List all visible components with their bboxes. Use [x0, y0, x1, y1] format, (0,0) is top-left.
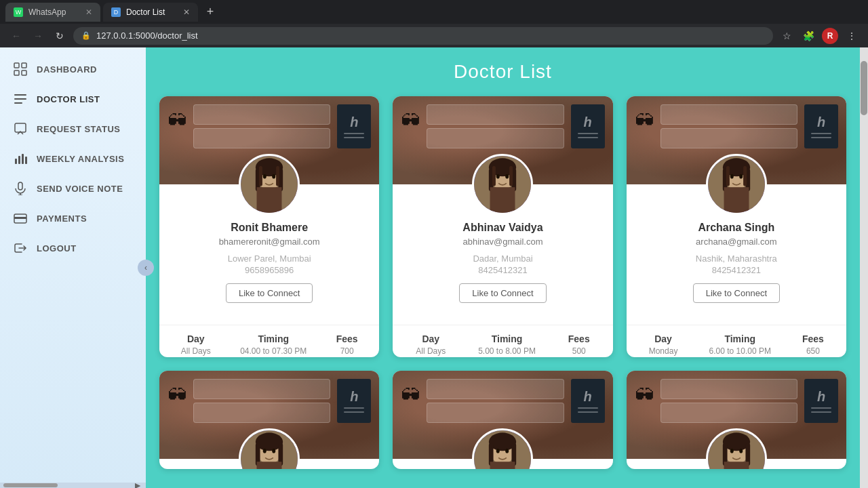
avatar-1	[239, 154, 300, 215]
svg-rect-43	[743, 166, 747, 186]
postcards-5	[427, 379, 564, 423]
tab-doctor-list-close[interactable]: ✕	[183, 7, 190, 17]
card-footer-2: Day All Days Timing 5.00 to 8.00 PM Fees…	[393, 325, 612, 357]
svg-point-45	[739, 174, 743, 179]
sidebar-item-request-status[interactable]: REQUEST STATUS	[0, 114, 146, 144]
tab-doctor-list[interactable]: D Doctor List ✕	[103, 3, 198, 22]
postcard-item-5	[660, 104, 797, 125]
postcard-item-8	[193, 403, 330, 423]
whatsapp-favicon: W	[14, 7, 23, 17]
svg-rect-10	[22, 154, 24, 164]
avatar-3	[706, 154, 767, 215]
postcard-item-1	[193, 104, 330, 125]
doctor-phone-1: 9658965896	[170, 265, 368, 275]
svg-rect-32	[492, 166, 496, 186]
svg-rect-1	[22, 63, 26, 68]
doctor-card-3: 🕶 h	[627, 96, 846, 357]
footer-day-3: Day Monday	[649, 333, 678, 357]
sidebar-item-send-voice-note[interactable]: SEND VOICE NOTE	[0, 174, 146, 203]
tab-whatsapp-close[interactable]: ✕	[85, 7, 92, 17]
avatar-2	[472, 154, 533, 215]
footer-day-value-1: All Days	[181, 346, 211, 357]
svg-rect-62	[490, 462, 515, 469]
postcards-6	[660, 379, 797, 423]
connect-button-1[interactable]: Like to Connect	[226, 283, 313, 303]
notebook-4: h	[337, 379, 371, 423]
new-tab-button[interactable]: +	[201, 3, 220, 22]
card-body-2: Abhinav Vaidya abhinav@gmail.com Dadar, …	[393, 222, 612, 325]
sidebar-scroll-right-arrow[interactable]: ►	[133, 480, 142, 488]
footer-fees-label-1: Fees	[336, 333, 358, 344]
connect-button-2[interactable]: Like to Connect	[459, 283, 546, 303]
bookmark-star-icon[interactable]: ☆	[778, 28, 795, 44]
svg-point-68	[730, 448, 734, 453]
footer-day-value-3: Monday	[649, 346, 678, 357]
doctor-email-3: archana@gmail.com	[637, 237, 835, 247]
notebook-line-6	[811, 137, 831, 138]
svg-point-34	[496, 174, 500, 179]
sidebar-item-payments[interactable]: PAYMENTS	[0, 203, 146, 233]
postcard-item-9	[427, 379, 564, 399]
svg-point-61	[506, 448, 509, 453]
connect-button-3[interactable]: Like to Connect	[693, 283, 780, 303]
svg-point-52	[263, 448, 267, 453]
footer-day-value-2: All Days	[416, 346, 446, 357]
postcard-item-4	[427, 128, 564, 148]
doctor-location-2: Dadar, Mumbai	[403, 253, 601, 264]
svg-rect-3	[22, 70, 26, 75]
sunglasses-icon-1: 🕶	[167, 110, 186, 132]
notebook-6: h	[804, 379, 838, 423]
svg-rect-70	[724, 462, 749, 469]
sidebar-scroll-thumb	[3, 483, 58, 487]
card-footer-3: Day Monday Timing 6.00 to 10.00 PM Fees …	[627, 325, 846, 357]
footer-timing-label-1: Timing	[240, 333, 307, 344]
back-button[interactable]: ←	[8, 28, 24, 44]
refresh-button[interactable]: ↻	[52, 28, 68, 44]
doctors-grid: 🕶 h	[159, 96, 846, 469]
card-body-3: Archana Singh archana@gmail.com Nashik, …	[627, 222, 846, 325]
avatar-4	[239, 428, 300, 469]
address-bar[interactable]: 🔒 127.0.0.1:5000/doctor_list	[73, 27, 773, 45]
footer-fees-label-2: Fees	[568, 333, 590, 344]
svg-point-53	[272, 448, 275, 453]
footer-day-label-3: Day	[649, 333, 678, 344]
payments-label: PAYMENTS	[37, 214, 87, 224]
avatar-container-1	[159, 154, 379, 215]
avatar-container-3	[627, 154, 846, 215]
svg-point-35	[506, 174, 509, 179]
notebook-2: h	[571, 104, 605, 148]
svg-rect-0	[14, 63, 19, 68]
sidebar-collapse-button[interactable]: ‹	[138, 260, 154, 276]
tab-whatsapp-label: WhatsApp	[28, 7, 66, 17]
svg-rect-4	[14, 94, 26, 96]
sidebar-item-weekly-analysis[interactable]: WEEKLY ANALYSIS	[0, 144, 146, 174]
footer-timing-1: Timing 04.00 to 07.30 PM	[240, 333, 307, 357]
forward-button[interactable]: →	[30, 28, 46, 44]
postcard-item-2	[193, 128, 330, 148]
dashboard-icon	[14, 62, 27, 76]
extensions-icon[interactable]: 🧩	[800, 28, 816, 44]
sidebar: DASHBOARD DOCTOR LIST REQUEST STATUS	[0, 47, 146, 488]
right-scrollbar[interactable]	[860, 47, 868, 488]
weekly-analysis-label: WEEKLY ANALYSIS	[37, 154, 124, 164]
weekly-analysis-icon	[14, 152, 27, 165]
svg-rect-23	[276, 166, 279, 186]
sidebar-item-dashboard[interactable]: DASHBOARD	[0, 54, 146, 84]
menu-icon[interactable]: ⋮	[844, 28, 860, 44]
main-content[interactable]: Doctor List 🕶 h	[146, 47, 860, 488]
notebook-letter-6: h	[817, 389, 825, 405]
profile-icon[interactable]: R	[822, 28, 838, 44]
svg-rect-6	[14, 102, 22, 104]
sidebar-scrollbar[interactable]: ►	[0, 483, 146, 488]
sidebar-item-logout[interactable]: LOGOUT	[0, 233, 146, 263]
sunglasses-icon-2: 🕶	[401, 110, 420, 132]
footer-fees-3: Fees 650	[802, 333, 824, 357]
doctor-card-1: 🕶 h	[159, 96, 379, 357]
browser-chrome: W WhatsApp ✕ D Doctor List ✕ + ← → ↻ 🔒 1…	[0, 0, 868, 47]
svg-point-24	[263, 174, 267, 179]
sidebar-item-doctor-list[interactable]: DOCTOR LIST	[0, 84, 146, 114]
notebook-letter-3: h	[817, 115, 825, 130]
footer-fees-value-2: 500	[568, 346, 590, 357]
tab-whatsapp[interactable]: W WhatsApp ✕	[5, 3, 100, 22]
address-text: 127.0.0.1:5000/doctor_list	[96, 30, 198, 41]
